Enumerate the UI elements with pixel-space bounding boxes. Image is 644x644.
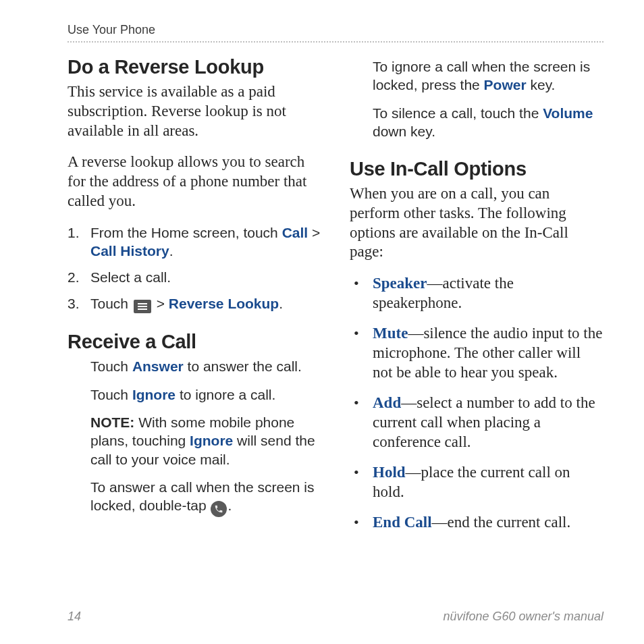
- opt-mute-val: —silence the audio input to the micropho…: [373, 325, 602, 381]
- svg-rect-0: [138, 303, 147, 304]
- receive-para-4: To answer a call when the screen is lock…: [90, 478, 321, 517]
- step-3-gt: >: [153, 296, 169, 311]
- in-call-intro: When you are on a call, you can perform …: [350, 184, 603, 262]
- right-para-1: To ignore a call when the screen is lock…: [373, 57, 603, 95]
- option-end-call: End Call—end the current call.: [350, 513, 603, 533]
- r2-b: to ignore a call.: [176, 387, 275, 402]
- ui-volume: Volume: [543, 105, 593, 121]
- heading-in-call-options: Use In-Call Options: [350, 158, 603, 180]
- reverse-lookup-steps: From the Home screen, touch Call > Call …: [68, 223, 321, 314]
- in-call-options-list: Speaker—activate the speakerphone. Mute—…: [350, 274, 603, 533]
- step-2: Select a call.: [68, 268, 321, 286]
- ui-path-call-history: Call History: [90, 243, 169, 259]
- receive-note: NOTE: With some mobile phone plans, touc…: [90, 413, 321, 468]
- rp2-a: To silence a call, touch the: [373, 105, 543, 121]
- receive-para-1: Touch Answer to answer the call.: [90, 357, 321, 375]
- section-header: Use Your Phone: [68, 23, 603, 43]
- option-speaker: Speaker—activate the speakerphone.: [350, 274, 603, 313]
- step-3-text-a: Touch: [90, 296, 132, 311]
- ui-ignore: Ignore: [132, 387, 176, 402]
- ui-ignore-2: Ignore: [190, 433, 233, 448]
- left-column: Do a Reverse Lookup This service is avai…: [68, 55, 321, 543]
- page-number: 14: [68, 610, 81, 624]
- step-3-end: .: [279, 296, 283, 311]
- ui-power: Power: [484, 77, 527, 92]
- step-1-end: .: [169, 243, 173, 259]
- option-hold: Hold—place the current call on hold.: [350, 463, 603, 502]
- reverse-lookup-para-2: A reverse lookup allows you to search fo…: [68, 153, 321, 211]
- opt-mute-key: Mute: [373, 325, 408, 342]
- opt-speaker-key: Speaker: [373, 275, 427, 292]
- r1-b: to answer the call.: [184, 358, 302, 374]
- step-1: From the Home screen, touch Call > Call …: [68, 223, 321, 261]
- option-add: Add—select a number to add to the curren…: [350, 394, 603, 452]
- menu-icon: [134, 300, 151, 313]
- reverse-lookup-para-1: This service is available as a paid subs…: [68, 82, 321, 140]
- rp1-b: key.: [527, 77, 556, 92]
- step-3: Touch > Reverse Lookup.: [68, 294, 321, 313]
- step-1-gt: >: [308, 225, 320, 240]
- opt-end-call-key: End Call: [373, 514, 432, 531]
- step-1-text-a: From the Home screen, touch: [90, 225, 282, 240]
- svg-rect-1: [138, 306, 147, 307]
- receive-para-2: Touch Ignore to ignore a call.: [90, 385, 321, 404]
- r1-a: Touch: [90, 358, 132, 374]
- ui-answer: Answer: [132, 358, 184, 374]
- rp1-a: To ignore a call when the screen is lock…: [373, 59, 590, 92]
- content-columns: Do a Reverse Lookup This service is avai…: [68, 55, 603, 543]
- option-mute: Mute—silence the audio input to the micr…: [350, 324, 603, 383]
- svg-rect-2: [138, 308, 147, 310]
- manual-title: nüvifone G60 owner's manual: [443, 610, 603, 624]
- opt-add-val: —select a number to add to the current c…: [373, 394, 595, 450]
- opt-end-call-val: —end the current call.: [432, 514, 571, 531]
- note-label: NOTE:: [90, 414, 134, 430]
- opt-add-key: Add: [373, 394, 401, 411]
- heading-receive-call: Receive a Call: [68, 331, 321, 353]
- heading-reverse-lookup: Do a Reverse Lookup: [68, 56, 321, 78]
- ui-path-reverse-lookup: Reverse Lookup: [169, 296, 279, 311]
- phone-icon: [211, 501, 227, 517]
- page-footer: 14 nüvifone G60 owner's manual: [68, 610, 603, 624]
- rp2-b: down key.: [373, 124, 435, 139]
- ui-path-call: Call: [282, 225, 308, 240]
- right-column: To ignore a call when the screen is lock…: [350, 55, 603, 543]
- opt-hold-key: Hold: [373, 464, 406, 481]
- r4-b: .: [227, 498, 232, 513]
- r2-a: Touch: [90, 387, 132, 402]
- r4-a: To answer a call when the screen is lock…: [90, 479, 315, 513]
- right-para-2: To silence a call, touch the Volume down…: [373, 104, 603, 141]
